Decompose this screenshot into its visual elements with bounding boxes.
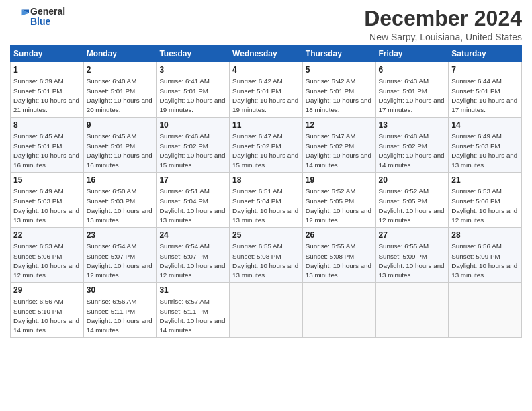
day-cell [375, 283, 449, 338]
day-number: 4 [232, 64, 300, 75]
day-cell: 16Sunrise: 6:50 AMSunset: 5:03 PMDayligh… [83, 173, 157, 228]
day-cell: 5Sunrise: 6:42 AMSunset: 5:01 PMDaylight… [302, 62, 375, 118]
day-info: Sunrise: 6:56 AMSunset: 5:10 PMDaylight:… [13, 298, 79, 334]
day-cell: 26Sunrise: 6:55 AMSunset: 5:08 PMDayligh… [302, 228, 375, 283]
day-info: Sunrise: 6:47 AMSunset: 5:02 PMDaylight:… [306, 132, 371, 169]
logo: General Blue [10, 7, 65, 28]
day-cell: 9Sunrise: 6:45 AMSunset: 5:01 PMDaylight… [83, 118, 157, 173]
day-cell: 11Sunrise: 6:47 AMSunset: 5:02 PMDayligh… [230, 118, 303, 173]
day-info: Sunrise: 6:42 AMSunset: 5:01 PMDaylight:… [232, 77, 298, 113]
header-cell-saturday: Saturday [449, 46, 522, 62]
day-number: 8 [13, 120, 81, 130]
day-cell: 20Sunrise: 6:52 AMSunset: 5:05 PMDayligh… [375, 173, 449, 228]
day-number: 22 [13, 230, 81, 240]
day-cell: 22Sunrise: 6:53 AMSunset: 5:06 PMDayligh… [11, 228, 84, 283]
day-info: Sunrise: 6:48 AMSunset: 5:02 PMDaylight:… [379, 132, 445, 169]
header-cell-sunday: Sunday [11, 46, 84, 62]
day-number: 27 [379, 230, 446, 240]
day-info: Sunrise: 6:53 AMSunset: 5:06 PMDaylight:… [451, 187, 517, 224]
header-cell-monday: Monday [83, 46, 157, 62]
day-info: Sunrise: 6:45 AMSunset: 5:01 PMDaylight:… [87, 132, 152, 169]
header-row: SundayMondayTuesdayWednesdayThursdayFrid… [11, 46, 522, 62]
day-cell: 15Sunrise: 6:49 AMSunset: 5:03 PMDayligh… [11, 173, 84, 228]
day-number: 10 [159, 120, 226, 130]
day-info: Sunrise: 6:56 AMSunset: 5:11 PMDaylight:… [87, 298, 152, 334]
day-info: Sunrise: 6:55 AMSunset: 5:08 PMDaylight:… [306, 242, 371, 279]
day-info: Sunrise: 6:47 AMSunset: 5:02 PMDaylight:… [232, 132, 298, 169]
day-cell: 19Sunrise: 6:52 AMSunset: 5:05 PMDayligh… [302, 173, 375, 228]
calendar-table: SundayMondayTuesdayWednesdayThursdayFrid… [10, 45, 522, 338]
day-cell: 31Sunrise: 6:57 AMSunset: 5:11 PMDayligh… [157, 283, 230, 338]
day-number: 31 [159, 285, 226, 295]
day-number: 16 [87, 175, 154, 185]
day-cell: 3Sunrise: 6:41 AMSunset: 5:01 PMDaylight… [157, 62, 230, 118]
day-cell [230, 283, 303, 338]
day-number: 29 [13, 285, 81, 295]
day-info: Sunrise: 6:57 AMSunset: 5:11 PMDaylight:… [159, 298, 225, 334]
day-number: 23 [87, 230, 154, 240]
day-info: Sunrise: 6:54 AMSunset: 5:07 PMDaylight:… [87, 242, 152, 279]
day-number: 7 [451, 64, 519, 75]
day-number: 3 [159, 64, 226, 75]
header-cell-tuesday: Tuesday [157, 46, 230, 62]
day-cell: 30Sunrise: 6:56 AMSunset: 5:11 PMDayligh… [83, 283, 157, 338]
day-info: Sunrise: 6:56 AMSunset: 5:09 PMDaylight:… [451, 242, 517, 279]
logo-icon [10, 7, 29, 26]
day-info: Sunrise: 6:40 AMSunset: 5:01 PMDaylight:… [87, 77, 152, 113]
day-cell: 13Sunrise: 6:48 AMSunset: 5:02 PMDayligh… [375, 118, 449, 173]
title-block: December 2024 New Sarpy, Louisiana, Unit… [364, 7, 522, 42]
day-cell: 18Sunrise: 6:51 AMSunset: 5:04 PMDayligh… [230, 173, 303, 228]
header-cell-wednesday: Wednesday [230, 46, 303, 62]
day-number: 19 [306, 175, 373, 185]
day-number: 17 [159, 175, 226, 185]
day-number: 2 [87, 64, 154, 75]
day-cell: 29Sunrise: 6:56 AMSunset: 5:10 PMDayligh… [11, 283, 84, 338]
day-info: Sunrise: 6:52 AMSunset: 5:05 PMDaylight:… [306, 187, 371, 224]
day-info: Sunrise: 6:51 AMSunset: 5:04 PMDaylight:… [159, 187, 225, 224]
day-cell: 12Sunrise: 6:47 AMSunset: 5:02 PMDayligh… [302, 118, 375, 173]
day-number: 24 [159, 230, 226, 240]
day-cell [302, 283, 375, 338]
week-row-1: 1Sunrise: 6:39 AMSunset: 5:01 PMDaylight… [11, 62, 522, 118]
day-number: 6 [379, 64, 446, 75]
day-cell: 8Sunrise: 6:45 AMSunset: 5:01 PMDaylight… [11, 118, 84, 173]
day-number: 5 [306, 64, 373, 75]
day-number: 11 [232, 120, 300, 130]
week-row-2: 8Sunrise: 6:45 AMSunset: 5:01 PMDaylight… [11, 118, 522, 173]
day-cell: 2Sunrise: 6:40 AMSunset: 5:01 PMDaylight… [83, 62, 157, 118]
day-cell: 10Sunrise: 6:46 AMSunset: 5:02 PMDayligh… [157, 118, 230, 173]
day-info: Sunrise: 6:49 AMSunset: 5:03 PMDaylight:… [13, 187, 79, 224]
week-row-3: 15Sunrise: 6:49 AMSunset: 5:03 PMDayligh… [11, 173, 522, 228]
calendar-header: SundayMondayTuesdayWednesdayThursdayFrid… [11, 46, 522, 62]
page-container: General Blue December 2024 New Sarpy, Lo… [0, 0, 532, 411]
day-info: Sunrise: 6:51 AMSunset: 5:04 PMDaylight:… [232, 187, 298, 224]
day-cell: 1Sunrise: 6:39 AMSunset: 5:01 PMDaylight… [11, 62, 84, 118]
day-info: Sunrise: 6:55 AMSunset: 5:09 PMDaylight:… [379, 242, 445, 279]
day-cell: 7Sunrise: 6:44 AMSunset: 5:01 PMDaylight… [449, 62, 522, 118]
day-number: 25 [232, 230, 300, 240]
day-cell: 23Sunrise: 6:54 AMSunset: 5:07 PMDayligh… [83, 228, 157, 283]
day-number: 26 [306, 230, 373, 240]
day-number: 30 [87, 285, 154, 295]
day-info: Sunrise: 6:50 AMSunset: 5:03 PMDaylight:… [87, 187, 152, 224]
week-row-4: 22Sunrise: 6:53 AMSunset: 5:06 PMDayligh… [11, 228, 522, 283]
header-cell-thursday: Thursday [302, 46, 375, 62]
day-number: 12 [306, 120, 373, 130]
day-number: 1 [13, 64, 81, 75]
day-cell: 27Sunrise: 6:55 AMSunset: 5:09 PMDayligh… [375, 228, 449, 283]
location: New Sarpy, Louisiana, United States [364, 32, 522, 42]
day-cell: 25Sunrise: 6:55 AMSunset: 5:08 PMDayligh… [230, 228, 303, 283]
day-cell: 17Sunrise: 6:51 AMSunset: 5:04 PMDayligh… [157, 173, 230, 228]
day-number: 15 [13, 175, 81, 185]
logo-blue: Blue [30, 17, 65, 27]
header-cell-friday: Friday [375, 46, 449, 62]
day-number: 28 [451, 230, 519, 240]
day-cell: 6Sunrise: 6:43 AMSunset: 5:01 PMDaylight… [375, 62, 449, 118]
day-cell: 21Sunrise: 6:53 AMSunset: 5:06 PMDayligh… [449, 173, 522, 228]
day-info: Sunrise: 6:39 AMSunset: 5:01 PMDaylight:… [13, 77, 79, 113]
day-info: Sunrise: 6:55 AMSunset: 5:08 PMDaylight:… [232, 242, 298, 279]
day-number: 14 [451, 120, 519, 130]
day-info: Sunrise: 6:46 AMSunset: 5:02 PMDaylight:… [159, 132, 225, 169]
day-number: 21 [451, 175, 519, 185]
day-info: Sunrise: 6:42 AMSunset: 5:01 PMDaylight:… [306, 77, 371, 113]
